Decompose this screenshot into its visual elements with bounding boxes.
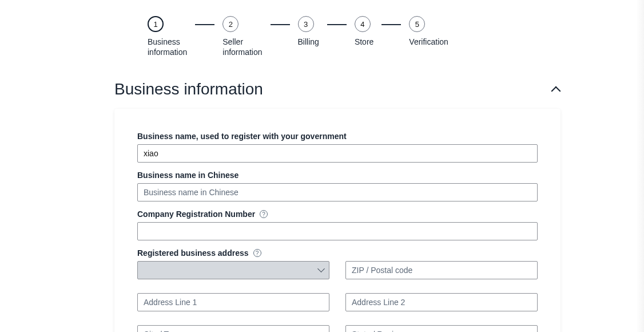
section-title: Business information xyxy=(114,80,263,98)
step-label: Store xyxy=(355,37,373,47)
business-name-label: Business name, used to register with you… xyxy=(137,132,538,141)
chevron-up-icon[interactable] xyxy=(551,85,560,94)
step-verification: 5 Verification xyxy=(409,16,448,47)
address-line1-input[interactable] xyxy=(137,293,329,311)
business-name-chinese-label: Business name in Chinese xyxy=(137,171,538,180)
step-label: Seller information xyxy=(222,37,262,57)
field-registered-address: Registered business address ? xyxy=(137,248,538,332)
country-select[interactable] xyxy=(137,261,329,279)
step-billing: 3 Billing xyxy=(298,16,319,47)
step-number: 4 xyxy=(355,16,371,32)
field-business-name: Business name, used to register with you… xyxy=(137,132,538,163)
country-select-wrap xyxy=(137,261,329,279)
step-connector xyxy=(271,24,290,25)
registered-address-label-text: Registered business address xyxy=(137,248,249,258)
step-number: 3 xyxy=(298,16,314,32)
step-label: Verification xyxy=(409,37,448,47)
step-connector xyxy=(195,24,214,25)
business-name-input[interactable] xyxy=(137,144,538,163)
state-input[interactable] xyxy=(345,325,538,332)
step-connector xyxy=(327,24,347,25)
step-connector xyxy=(381,24,401,25)
step-number: 5 xyxy=(409,16,425,32)
step-business-information: 1 Business information xyxy=(148,16,187,57)
field-business-name-chinese: Business name in Chinese xyxy=(137,171,538,201)
business-information-card: Business name, used to register with you… xyxy=(114,109,560,332)
step-number: 2 xyxy=(222,16,238,32)
step-label: Billing xyxy=(298,37,319,47)
step-seller-information: 2 Seller information xyxy=(222,16,262,57)
help-icon[interactable]: ? xyxy=(253,249,261,257)
registered-address-label: Registered business address ? xyxy=(137,248,538,258)
zip-input[interactable] xyxy=(345,261,538,279)
step-label: Business information xyxy=(148,37,187,57)
company-registration-input[interactable] xyxy=(137,222,538,240)
section-header[interactable]: Business information xyxy=(114,80,560,98)
help-icon[interactable]: ? xyxy=(260,210,268,218)
step-number: 1 xyxy=(148,16,164,32)
company-registration-label-text: Company Registration Number xyxy=(137,210,255,219)
scroll-shadow xyxy=(636,0,644,332)
company-registration-label: Company Registration Number ? xyxy=(137,210,538,219)
business-name-chinese-input[interactable] xyxy=(137,183,538,201)
address-line2-input[interactable] xyxy=(345,293,538,311)
field-company-registration: Company Registration Number ? xyxy=(137,210,538,240)
city-input[interactable] xyxy=(137,325,329,332)
progress-stepper: 1 Business information 2 Seller informat… xyxy=(148,16,560,57)
step-store: 4 Store xyxy=(355,16,373,47)
